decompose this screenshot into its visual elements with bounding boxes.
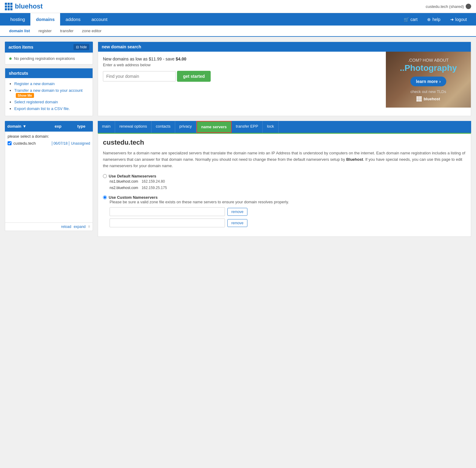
- list-item: Export domain list to a CSV file.: [14, 106, 89, 111]
- nav-logout-link[interactable]: ➜ logout: [446, 14, 471, 25]
- nav-item-account[interactable]: account: [86, 13, 113, 26]
- hide-button[interactable]: ⊟ hide: [73, 44, 89, 50]
- ns-detail: ns1.bluehost.com 162.159.24.80 ns2.blueh…: [110, 178, 466, 191]
- nds-title: new domain search: [102, 44, 141, 49]
- ns-input-row-2: remove: [110, 219, 466, 227]
- subnav-domain-list[interactable]: domain list: [5, 26, 34, 37]
- expand-link[interactable]: expand: [74, 225, 86, 229]
- ad-dot-icon: .: [400, 63, 402, 73]
- ns-input-2[interactable]: [110, 219, 225, 227]
- content: action items ⊟ hide ● No pending registr…: [0, 37, 476, 242]
- default-ns-label-text: Use Default Nameservers: [109, 174, 156, 178]
- nav-cart-link[interactable]: 🛒 cart: [399, 14, 422, 25]
- action-item-row: ● No pending registration expirations: [9, 56, 89, 61]
- custom-ns-option: Use Custom Nameservers Please be sure a …: [103, 195, 466, 227]
- ad-tld-text: .Photography: [402, 63, 457, 73]
- bluehost-grid-icon: [416, 96, 422, 102]
- nav-item-domains[interactable]: domains: [30, 13, 60, 26]
- domain-exp-link[interactable]: 06/07/18: [52, 141, 69, 146]
- list-item: Register a new domain: [14, 81, 89, 86]
- domain-checkbox[interactable]: [8, 141, 12, 145]
- action-items-header: action items ⊟ hide: [5, 42, 93, 53]
- nds-left: New domains as low as $11.99 - save $4.0…: [98, 52, 386, 108]
- subnav-transfer[interactable]: transfer: [56, 26, 78, 36]
- shortcut-export-csv[interactable]: Export domain list to a CSV file.: [14, 106, 70, 111]
- status-dot-icon: ●: [9, 56, 12, 61]
- bluehost-bold: Bluehost: [346, 157, 363, 162]
- nav-help-link[interactable]: ⊕ help: [423, 14, 444, 25]
- action-items-panel: action items ⊟ hide ● No pending registr…: [5, 42, 93, 116]
- get-started-button[interactable]: get started: [177, 71, 211, 82]
- ns-input-1[interactable]: [110, 207, 225, 216]
- shortcut-register-domain[interactable]: Register a new domain: [14, 81, 55, 86]
- domain-assign-link[interactable]: Unassigned: [71, 141, 90, 146]
- minus-icon: ⊟: [76, 45, 79, 49]
- list-item: Select registered domain: [14, 99, 89, 104]
- logo-text: bluehost: [15, 2, 43, 10]
- action-items-title: action items: [8, 45, 33, 50]
- domain-name-text: custedu.tech: [13, 141, 50, 146]
- domain-list-panel: domain ▼ exp type please select a domain…: [5, 121, 93, 237]
- table-row: custedu.tech 06/07/18 Unassigned: [8, 141, 90, 146]
- chevron-right-icon: ›: [439, 79, 441, 84]
- tab-main[interactable]: main: [98, 121, 115, 133]
- remove-ns-2-button[interactable]: remove: [227, 219, 247, 227]
- nav-cart-label: cart: [410, 17, 417, 22]
- default-ns-radio[interactable]: [103, 174, 107, 178]
- custom-ns-label-text: Use Custom Nameservers: [109, 195, 158, 200]
- user-name: custedu.tech (shared): [426, 4, 464, 9]
- ns1-row: ns1.bluehost.com 162.159.24.80: [110, 178, 466, 184]
- bottom-section: domain ▼ exp type please select a domain…: [5, 121, 471, 237]
- shortcuts-title: shortcuts: [9, 71, 28, 76]
- tab-lock[interactable]: lock: [263, 121, 278, 133]
- tab-renewal-options[interactable]: renewal options: [115, 121, 151, 133]
- nds-header: new domain search: [98, 42, 471, 52]
- domain-col-header: domain ▼: [5, 121, 46, 132]
- main-nav-left: hosting domains addons account: [5, 13, 113, 26]
- logo-grid-icon: [5, 3, 12, 10]
- default-ns-label[interactable]: Use Default Nameservers: [103, 174, 466, 178]
- ns2-name: ns2.bluehost.com: [110, 186, 138, 190]
- tab-name-servers[interactable]: name servers: [196, 121, 232, 133]
- exp-col-header: exp: [46, 121, 70, 132]
- subnav-zone-editor[interactable]: zone editor: [78, 26, 106, 36]
- subnav-register[interactable]: register: [34, 26, 56, 36]
- domain-search-input[interactable]: [103, 71, 176, 81]
- hide-label: hide: [80, 45, 87, 49]
- bluehost-ad-text: bluehost: [423, 97, 440, 101]
- nav-help-label: help: [432, 17, 440, 22]
- nav-item-addons[interactable]: addons: [60, 13, 86, 26]
- custom-ns-label[interactable]: Use Custom Nameservers: [103, 195, 466, 200]
- sort-icon[interactable]: ▼: [22, 124, 26, 129]
- domain-list-footer: reload expand ⠿: [5, 223, 93, 231]
- ns2-ip: 162.159.25.175: [141, 186, 167, 190]
- check-tlds-text: check out new TLDs: [410, 89, 446, 94]
- nav-item-hosting[interactable]: hosting: [5, 13, 30, 26]
- tab-privacy[interactable]: privacy: [175, 121, 196, 133]
- tab-contacts[interactable]: contacts: [151, 121, 175, 133]
- tab-transfer-epp[interactable]: transfer EPP: [232, 121, 263, 133]
- domain-detail-panel: main renewal options contacts privacy na…: [98, 121, 471, 237]
- learn-more-button[interactable]: learn more ›: [410, 77, 446, 86]
- domain-col-label: domain: [7, 124, 21, 129]
- detail-tabs: main renewal options contacts privacy na…: [98, 121, 471, 133]
- shortcut-select-domain[interactable]: Select registered domain: [14, 100, 58, 104]
- logout-icon: ➜: [450, 17, 454, 22]
- detail-description: Nameservers for a domain name are specia…: [103, 150, 466, 169]
- domain-select-label: please select a domain:: [8, 134, 90, 139]
- domain-table-header: domain ▼ exp type: [5, 121, 93, 132]
- remove-ns-1-button[interactable]: remove: [227, 208, 247, 216]
- logo-area: bluehost: [5, 2, 43, 10]
- custom-ns-radio[interactable]: [103, 195, 107, 199]
- reload-link[interactable]: reload: [61, 225, 71, 229]
- user-info: custedu.tech (shared): [426, 4, 471, 9]
- top-section: action items ⊟ hide ● No pending registr…: [5, 42, 471, 116]
- ad-line1: .COM? HOW ABOUT: [408, 58, 449, 63]
- shortcut-transfer-domain[interactable]: Transfer a new domain to your account: [14, 88, 83, 93]
- action-items-body: ● No pending registration expirations: [5, 53, 93, 64]
- show-me-badge: Show Me: [16, 93, 34, 98]
- nds-body: New domains as low as $11.99 - save $4.0…: [98, 52, 471, 108]
- ad-line2: ..Photography: [400, 63, 457, 73]
- main-nav-right: 🛒 cart ⊕ help ➜ logout: [399, 14, 471, 25]
- ns-input-row-1: remove: [110, 207, 466, 216]
